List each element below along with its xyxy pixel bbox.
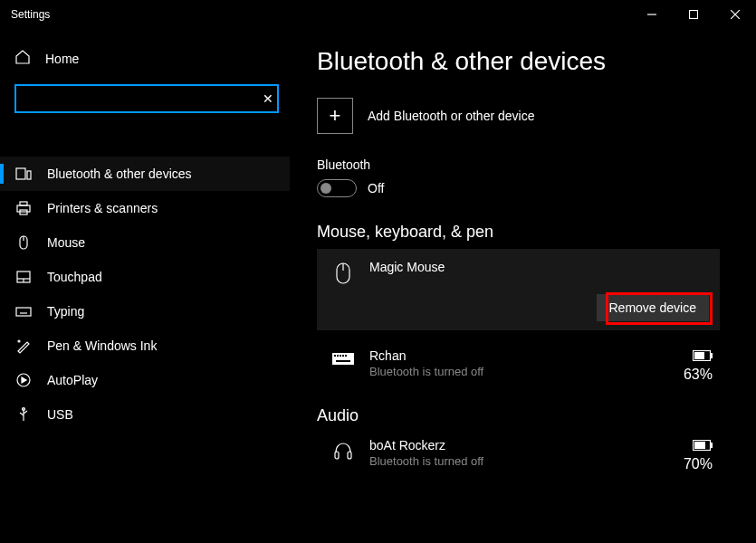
- autoplay-icon: [14, 372, 33, 388]
- window-title: Settings: [11, 8, 631, 21]
- nav-label: Printers & scanners: [47, 201, 158, 215]
- headphones-icon: [331, 438, 355, 462]
- search-box: ✕: [14, 84, 279, 113]
- svg-rect-30: [345, 355, 347, 357]
- sidebar-item-usb[interactable]: USB: [0, 397, 290, 432]
- device-status: Bluetooth is turned off: [369, 454, 669, 468]
- nav-label: Pen & Windows Ink: [47, 338, 157, 353]
- plus-icon: +: [317, 98, 353, 134]
- close-button[interactable]: [714, 0, 756, 29]
- device-card-selected[interactable]: Magic Mouse Remove device: [317, 249, 720, 330]
- page-title: Bluetooth & other devices: [317, 47, 720, 76]
- device-name: boAt Rockerz: [369, 438, 669, 452]
- group-header-mouse-keyboard-pen: Mouse, keyboard, & pen: [317, 223, 720, 242]
- minimize-button[interactable]: [631, 0, 673, 29]
- svg-rect-7: [20, 202, 27, 205]
- svg-rect-35: [335, 452, 339, 459]
- sidebar-item-touchpad[interactable]: Touchpad: [0, 260, 290, 294]
- nav-label: AutoPlay: [47, 373, 98, 387]
- nav-label: USB: [47, 407, 73, 422]
- bluetooth-state: Off: [368, 181, 384, 195]
- device-status: Bluetooth is turned off: [369, 365, 669, 378]
- nav-label: Mouse: [47, 235, 85, 250]
- nav-label: Typing: [47, 304, 84, 319]
- battery-percent: 63%: [684, 367, 713, 383]
- sidebar-item-bluetooth-devices[interactable]: Bluetooth & other devices: [0, 157, 290, 191]
- printer-icon: [14, 200, 33, 216]
- svg-rect-31: [336, 360, 350, 362]
- svg-point-19: [18, 340, 20, 342]
- bluetooth-toggle[interactable]: [317, 179, 357, 197]
- battery-percent: 70%: [684, 456, 713, 472]
- svg-rect-34: [694, 352, 704, 359]
- svg-rect-1: [690, 11, 698, 19]
- svg-rect-14: [16, 308, 31, 316]
- keyboard-icon: [14, 303, 33, 319]
- home-label: Home: [45, 52, 79, 66]
- svg-rect-26: [334, 355, 336, 357]
- usb-icon: [14, 406, 33, 423]
- mouse-icon: [331, 260, 355, 285]
- sidebar-item-mouse[interactable]: Mouse: [0, 225, 290, 260]
- svg-rect-38: [711, 443, 713, 448]
- touchpad-icon: [14, 269, 33, 285]
- svg-rect-6: [17, 205, 30, 212]
- main-content: Bluetooth & other devices + Add Bluetoot…: [290, 29, 756, 543]
- titlebar: Settings: [0, 0, 756, 29]
- keyboard-icon: [331, 348, 355, 367]
- maximize-button[interactable]: [673, 0, 714, 29]
- add-device-button[interactable]: + Add Bluetooth or other device: [317, 98, 720, 134]
- bluetooth-label: Bluetooth: [317, 157, 720, 172]
- svg-rect-25: [332, 353, 354, 365]
- sidebar-item-pen[interactable]: Pen & Windows Ink: [0, 329, 290, 363]
- home-nav[interactable]: Home: [0, 40, 290, 77]
- battery-icon: [693, 348, 713, 365]
- sidebar-item-typing[interactable]: Typing: [0, 294, 290, 329]
- mouse-icon: [14, 234, 33, 251]
- group-header-audio: Audio: [317, 406, 720, 425]
- nav-label: Touchpad: [47, 270, 102, 284]
- device-row[interactable]: boAt Rockerz Bluetooth is turned off 70%: [317, 433, 720, 487]
- clear-icon[interactable]: ✕: [263, 91, 273, 106]
- svg-rect-28: [340, 355, 341, 357]
- svg-rect-4: [16, 168, 25, 179]
- svg-rect-39: [694, 442, 705, 449]
- svg-rect-29: [342, 355, 344, 357]
- search-input[interactable]: [14, 84, 279, 113]
- sidebar: Home ✕ Bluetooth & other devices Printer…: [0, 29, 290, 543]
- svg-rect-36: [348, 452, 351, 459]
- pen-icon: [14, 338, 33, 354]
- device-row[interactable]: Rchan Bluetooth is turned off 63%: [317, 343, 720, 397]
- remove-device-button[interactable]: Remove device: [597, 294, 710, 321]
- home-icon: [14, 49, 31, 68]
- sidebar-item-autoplay[interactable]: AutoPlay: [0, 363, 290, 397]
- sidebar-item-printers[interactable]: Printers & scanners: [0, 191, 290, 225]
- svg-rect-27: [337, 355, 339, 357]
- nav-label: Bluetooth & other devices: [47, 167, 192, 181]
- svg-rect-5: [27, 171, 31, 179]
- svg-rect-33: [711, 353, 713, 358]
- device-name: Magic Mouse: [369, 260, 705, 274]
- add-device-label: Add Bluetooth or other device: [368, 109, 534, 123]
- device-name: Rchan: [369, 348, 669, 363]
- devices-icon: [14, 166, 33, 182]
- battery-icon: [693, 438, 713, 454]
